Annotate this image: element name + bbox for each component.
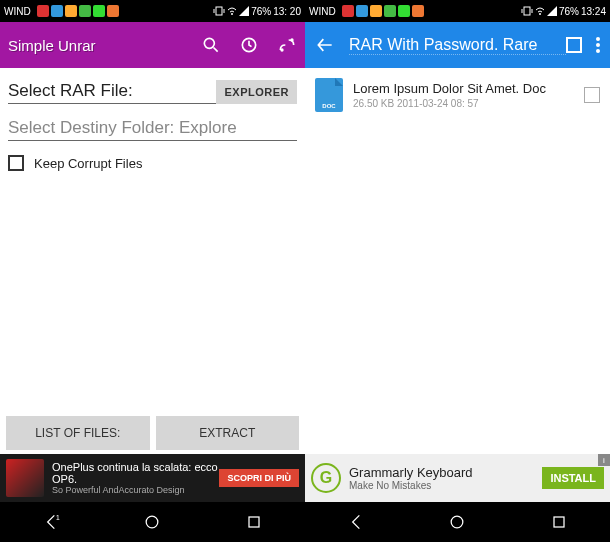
svg-point-10 xyxy=(147,516,159,528)
select-all-icon[interactable] xyxy=(566,37,582,53)
svg-point-3 xyxy=(231,13,233,15)
svg-line-5 xyxy=(214,48,218,52)
menu-icon[interactable] xyxy=(596,37,600,53)
ad-banner[interactable]: G Grammarly Keyboard Make No Mistakes IN… xyxy=(305,454,610,502)
ad-title: OnePlus continua la scalata: ecco OP6. xyxy=(52,461,219,485)
file-meta: 26.50 KB 2011-03-24 08: 57 xyxy=(353,98,578,109)
svg-rect-0 xyxy=(216,7,222,15)
signal-icon xyxy=(547,6,557,16)
carrier-label: WIND xyxy=(309,6,336,17)
svg-text:1: 1 xyxy=(56,514,60,521)
extract-button[interactable]: EXTRACT xyxy=(156,416,300,450)
svg-point-16 xyxy=(452,516,464,528)
svg-rect-17 xyxy=(554,517,564,527)
status-app-icon xyxy=(342,5,354,17)
svg-point-4 xyxy=(204,38,214,48)
home-icon[interactable] xyxy=(447,512,467,532)
vibrate-icon xyxy=(521,6,533,16)
select-rar-field[interactable]: Select RAR File: xyxy=(8,81,216,104)
recent-icon[interactable] xyxy=(244,512,264,532)
back-icon[interactable] xyxy=(346,512,366,532)
svg-rect-11 xyxy=(249,517,259,527)
svg-point-15 xyxy=(539,13,541,15)
settings-icon[interactable] xyxy=(277,35,297,55)
status-app-icon xyxy=(384,5,396,17)
file-name: Lorem Ipsum Dolor Sit Amet. Doc xyxy=(353,81,578,96)
status-app-icon xyxy=(370,5,382,17)
battery-label: 76% xyxy=(251,6,271,17)
signal-icon xyxy=(239,6,249,16)
wifi-icon xyxy=(535,6,545,16)
battery-label: 76% xyxy=(559,6,579,17)
status-app-icon xyxy=(398,5,410,17)
app-title: RAR With Password. Rare xyxy=(349,36,566,55)
ad-close-icon[interactable]: i xyxy=(598,454,610,466)
svg-point-7 xyxy=(280,48,283,51)
recent-icon[interactable] xyxy=(549,512,569,532)
file-checkbox[interactable] xyxy=(584,87,600,103)
status-bar: WIND 76% 13:24 xyxy=(305,0,610,22)
phone-left: WIND 76% 13: 20 Simple Unrar xyxy=(0,0,305,542)
ad-subtitle: So Powerful AndAccurato Design xyxy=(52,485,219,495)
back-arrow-icon[interactable] xyxy=(315,35,335,55)
svg-point-8 xyxy=(290,38,293,41)
time-label: 13: 20 xyxy=(273,6,301,17)
ad-image: G xyxy=(311,463,341,493)
time-label: 13:24 xyxy=(581,6,606,17)
wifi-icon xyxy=(227,6,237,16)
status-bar: WIND 76% 13: 20 xyxy=(0,0,305,22)
status-app-icon xyxy=(65,5,77,17)
ad-cta-button[interactable]: SCOPRI DI PIÙ xyxy=(219,469,299,487)
ad-title: Grammarly Keyboard xyxy=(349,465,542,480)
ad-image xyxy=(6,459,44,497)
keep-corrupt-checkbox[interactable] xyxy=(8,155,24,171)
select-destiny-field[interactable]: Select Destiny Folder: Explore xyxy=(8,118,297,141)
explorer-button[interactable]: EXPLORER xyxy=(216,80,297,104)
app-bar: Simple Unrar xyxy=(0,22,305,68)
doc-file-icon: DOC xyxy=(315,78,343,112)
ad-cta-button[interactable]: INSTALL xyxy=(542,467,604,489)
vibrate-icon xyxy=(213,6,225,16)
nav-bar: 1 xyxy=(0,502,305,542)
back-icon[interactable]: 1 xyxy=(41,512,61,532)
status-app-icon xyxy=(93,5,105,17)
main-content: Select RAR File: EXPLORER Select Destiny… xyxy=(0,68,305,416)
status-app-icon xyxy=(37,5,49,17)
app-bar: RAR With Password. Rare xyxy=(305,22,610,68)
list-files-button[interactable]: LIST OF FILES: xyxy=(6,416,150,450)
status-app-icon xyxy=(412,5,424,17)
status-app-icon xyxy=(51,5,63,17)
phone-right: WIND 76% 13:24 RAR With Password. Rare xyxy=(305,0,610,542)
nav-bar xyxy=(305,502,610,542)
status-app-icon xyxy=(79,5,91,17)
file-row[interactable]: DOC Lorem Ipsum Dolor Sit Amet. Doc 26.5… xyxy=(305,68,610,122)
main-content: DOC Lorem Ipsum Dolor Sit Amet. Doc 26.5… xyxy=(305,68,610,454)
ad-banner[interactable]: OnePlus continua la scalata: ecco OP6. S… xyxy=(0,454,305,502)
home-icon[interactable] xyxy=(142,512,162,532)
app-title: Simple Unrar xyxy=(8,37,96,54)
ad-subtitle: Make No Mistakes xyxy=(349,480,542,491)
carrier-label: WIND xyxy=(4,6,31,17)
search-icon[interactable] xyxy=(201,35,221,55)
history-icon[interactable] xyxy=(239,35,259,55)
svg-rect-12 xyxy=(524,7,530,15)
status-app-icon xyxy=(107,5,119,17)
keep-corrupt-label: Keep Corrupt Files xyxy=(34,156,142,171)
status-app-icon xyxy=(356,5,368,17)
